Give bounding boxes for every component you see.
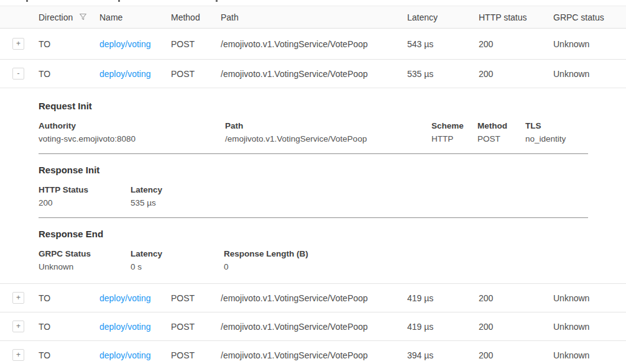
field-label: Response Length (B) [224,248,588,259]
latency-cell: 419 µs [407,293,479,303]
field-label: Latency [131,248,224,259]
expand-row-button[interactable]: + [12,38,24,50]
path-cell: /emojivoto.v1.VotingService/VotePoop [221,350,407,360]
column-header-latency: Latency [407,12,479,22]
name-link[interactable]: deploy/voting [99,69,151,79]
direction-header-label: Direction [39,12,73,22]
tap-table-page: Direction Name Method Path Latency HTTP … [0,0,626,364]
column-header-grpc-status: GRPC status [553,12,626,22]
field-value: /emojivoto.v1.VotingService/VotePoop [225,134,431,144]
field-label: Authority [39,121,225,131]
method-cell: POST [171,39,221,49]
field-label: TLS [525,121,588,131]
field-label: Method [477,121,525,131]
field-label: GRPC Status [39,248,131,259]
table-row-expanded: - TO deploy/voting POST /emojivoto.v1.Vo… [0,60,626,88]
field-value: 0 [224,262,588,272]
text-fragment [216,0,218,2]
section-title: Response End [39,229,588,239]
expand-row-button[interactable]: + [12,292,24,304]
path-cell: /emojivoto.v1.VotingService/VotePoop [221,39,407,49]
table-header-row: Direction Name Method Path Latency HTTP … [0,6,626,29]
response-init-section: Response Init HTTP Status 200 Latency 53… [39,165,588,218]
method-cell: POST [171,69,221,79]
field-label: Scheme [431,121,477,131]
section-title: Request Init [39,101,588,111]
table-row: + TO deploy/voting POST /emojivoto.v1.Vo… [0,312,626,341]
grpc-status-cell: Unknown [553,69,626,79]
filter-funnel-icon[interactable] [78,12,88,22]
field-value: voting-svc.emojivoto:8080 [39,134,225,144]
collapse-row-button[interactable]: - [12,68,24,80]
grpc-status-cell: Unknown [553,322,626,332]
table-row: + TO deploy/voting POST /emojivoto.v1.Vo… [0,284,626,312]
field-label: Path [225,121,431,131]
field-value: POST [477,134,525,144]
method-cell: POST [171,350,221,360]
http-status-cell: 200 [479,39,553,49]
field-value: Unknown [39,262,131,272]
direction-cell: TO [39,350,99,360]
text-fragment [26,0,28,2]
request-init-section: Request Init Authority voting-svc.emojiv… [39,101,588,154]
field-value: 535 µs [131,198,588,208]
name-link[interactable]: deploy/voting [99,350,151,360]
direction-cell: TO [39,39,99,49]
latency-cell: 535 µs [407,69,479,79]
field-value: HTTP [431,134,477,144]
grpc-status-cell: Unknown [553,293,626,303]
row-detail-panel: Request Init Authority voting-svc.emojiv… [0,88,626,284]
column-header-method: Method [171,12,221,22]
path-cell: /emojivoto.v1.VotingService/VotePoop [221,293,407,303]
grpc-status-cell: Unknown [553,39,626,49]
column-header-direction: Direction [39,12,99,22]
name-link[interactable]: deploy/voting [99,39,151,49]
section-title: Response Init [39,165,588,175]
http-status-cell: 200 [479,322,553,332]
method-cell: POST [171,293,221,303]
column-header-path: Path [221,12,407,22]
field-label: Latency [131,184,588,195]
http-status-cell: 200 [479,350,553,360]
column-header-http-status: HTTP status [479,12,553,22]
latency-cell: 543 µs [407,39,479,49]
expand-row-button[interactable]: + [12,321,24,332]
response-end-section: Response End GRPC Status Unknown Latency… [39,229,588,273]
name-link[interactable]: deploy/voting [99,322,151,332]
table-row: + TO deploy/voting POST /emojivoto.v1.Vo… [0,341,626,364]
name-link[interactable]: deploy/voting [99,293,151,303]
http-status-cell: 200 [479,69,553,79]
table-row: + TO deploy/voting POST /emojivoto.v1.Vo… [0,29,626,60]
path-cell: /emojivoto.v1.VotingService/VotePoop [221,69,407,79]
path-cell: /emojivoto.v1.VotingService/VotePoop [221,322,407,332]
http-status-cell: 200 [479,293,553,303]
field-value: no_identity [525,134,588,144]
latency-cell: 419 µs [407,322,479,332]
direction-cell: TO [39,293,99,303]
method-cell: POST [171,322,221,332]
text-fragment [118,0,120,2]
direction-cell: TO [39,322,99,332]
field-value: 200 [39,198,131,208]
cropped-row-remnant [0,0,626,6]
grpc-status-cell: Unknown [553,350,626,360]
latency-cell: 394 µs [407,350,479,360]
direction-cell: TO [39,69,99,79]
column-header-name: Name [99,12,171,22]
field-value: 0 s [131,262,224,272]
expand-row-button[interactable]: + [12,349,24,361]
field-label: HTTP Status [39,184,131,195]
